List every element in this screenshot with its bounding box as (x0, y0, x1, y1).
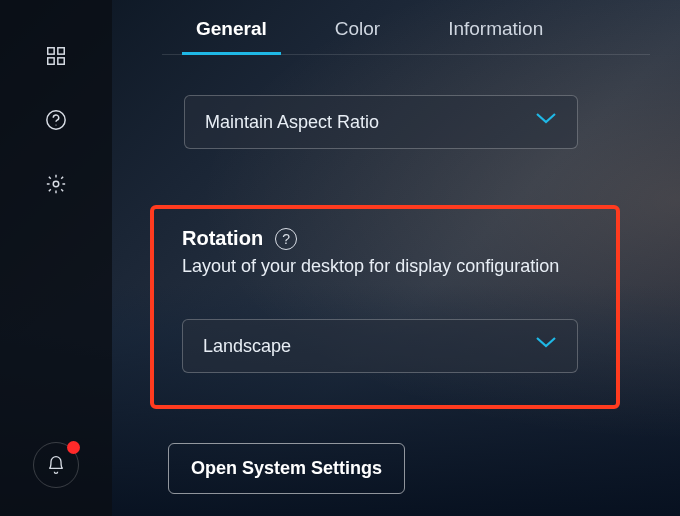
svg-point-5 (55, 124, 56, 125)
rotation-dropdown[interactable]: Landscape (182, 319, 578, 373)
help-icon[interactable] (44, 108, 68, 132)
svg-rect-3 (58, 58, 64, 64)
svg-rect-2 (48, 58, 54, 64)
rotation-value: Landscape (203, 336, 291, 357)
tab-color[interactable]: Color (331, 12, 384, 54)
svg-rect-1 (58, 48, 64, 54)
gear-icon[interactable] (44, 172, 68, 196)
svg-rect-0 (48, 48, 54, 54)
rotation-description: Layout of your desktop for display confi… (182, 256, 588, 277)
chevron-down-icon (535, 111, 557, 133)
tab-general[interactable]: General (192, 12, 271, 54)
sidebar (0, 0, 112, 516)
svg-point-6 (53, 181, 59, 187)
scaling-mode-dropdown[interactable]: Maintain Aspect Ratio (184, 95, 578, 149)
notification-badge (67, 441, 80, 454)
open-system-settings-button[interactable]: Open System Settings (168, 443, 405, 494)
notifications-button[interactable] (33, 442, 79, 488)
rotation-title: Rotation (182, 227, 263, 250)
apps-grid-icon[interactable] (44, 44, 68, 68)
tab-information[interactable]: Information (444, 12, 547, 54)
svg-point-4 (47, 111, 65, 129)
chevron-down-icon (535, 335, 557, 357)
main-panel: General Color Information Maintain Aspec… (112, 0, 680, 516)
rotation-section-highlight: Rotation ? Layout of your desktop for di… (150, 205, 620, 409)
rotation-help-icon[interactable]: ? (275, 228, 297, 250)
tab-bar: General Color Information (162, 12, 650, 55)
scaling-mode-value: Maintain Aspect Ratio (205, 112, 379, 133)
